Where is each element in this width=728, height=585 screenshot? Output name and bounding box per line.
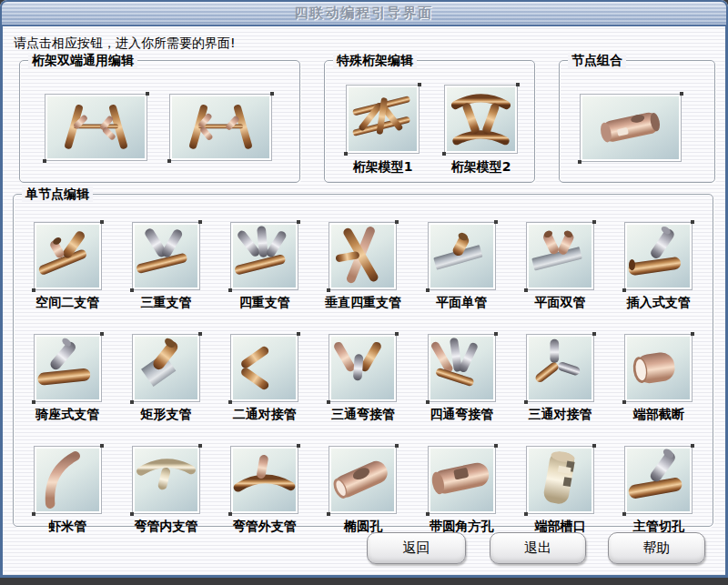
group-node-combo: 节点组合 [559,60,715,183]
grid-cell: 三通弯接管 [314,321,412,433]
grid-cell: 四重支管 [216,209,314,321]
pipe-icon [135,337,197,399]
grid-tile-label: 虾米管 [48,519,86,535]
grid-tile-label: 三重支管 [140,295,191,311]
group-truss-common: 桁架双端通用编辑 [19,60,300,183]
truss-model-1-button[interactable] [346,85,420,154]
grid-tile-label: 插入式支管 [627,295,691,311]
pipe-icon [627,337,690,399]
grid-cell: 空间二支管 [18,209,116,321]
grid-tile-button[interactable] [34,334,102,402]
grid-tile-label: 二通对接管 [233,407,297,423]
grid-tile-button[interactable] [624,334,693,402]
truss-model-1-label: 桁架模型1 [346,159,420,176]
node-combo-icon [582,96,679,159]
node-combo-button[interactable] [580,94,682,162]
grid-cell: 四通弯接管 [412,321,511,433]
grid-cell: 主管切孔 [610,433,708,545]
pipe-icon [430,449,493,511]
grid-tile-button[interactable] [526,446,594,514]
grid-tile-button[interactable] [329,446,397,514]
pipe-icon [331,449,394,511]
grid-tile-button[interactable] [428,446,496,514]
group-node-combo-legend: 节点组合 [568,53,626,68]
grid-tile-label: 骑座式支管 [35,407,99,423]
truss-model-2-label: 桁架模型2 [444,159,518,176]
help-button[interactable]: 帮助 [608,532,705,564]
pipe-icon [36,337,99,399]
pipe-icon [331,337,394,399]
grid-cell: 椭圆孔 [314,433,412,545]
grid-tile-button[interactable] [329,334,397,402]
grid-tile-button[interactable] [230,446,298,514]
grid-cell: 插入式支管 [610,209,708,321]
grid-cell: 矩形支管 [116,321,215,433]
pipe-icon [36,449,99,511]
grid-cell: 平面双管 [511,209,609,321]
title-bar[interactable]: 四联动编程引导界面 [2,2,726,26]
grid-tile-label: 矩形支管 [140,407,191,423]
grid-cell: 弯管外支管 [216,433,314,545]
grid-tile-button[interactable] [34,222,102,290]
group-single-node-legend: 单节点编辑 [22,187,93,202]
pipe-icon [36,225,99,287]
grid-tile-button[interactable] [329,222,397,290]
grid-cell: 端部截断 [610,321,708,433]
grid-cell: 带圆角方孔 [412,433,511,545]
grid-cell: 弯管内支管 [116,433,215,545]
pipe-icon [430,337,493,399]
grid-tile-label: 三通弯接管 [331,407,395,423]
pipe-icon [233,449,296,511]
truss-model-2-button[interactable] [444,85,518,154]
grid-tile-label: 弯管外支管 [233,519,297,535]
truss-span-button-1[interactable] [45,94,147,161]
group-truss-special: 特殊桁架编辑 桁架模型1 桁架模型2 [324,60,535,183]
grid-tile-label: 平面双管 [535,295,586,311]
pipe-icon [135,225,197,287]
pipe-icon [135,449,197,511]
group-truss-common-legend: 桁架双端通用编辑 [28,53,137,68]
grid-tile-label: 垂直四重支管 [325,295,401,311]
pipe-icon [529,225,592,287]
grid-tile-button[interactable] [132,222,200,290]
grid-tile-button[interactable] [624,446,693,514]
grid-tile-button[interactable] [526,222,594,290]
truss-span-button-2[interactable] [169,94,272,161]
pipe-icon [529,449,592,511]
dialog-window: 四联动编程引导界面 请点击相应按钮，进入你所需要的界面! 桁架双端通用编辑 特殊… [0,0,728,578]
instruction-text: 请点击相应按钮，进入你所需要的界面! [14,35,236,52]
grid-tile-button[interactable] [526,334,594,402]
grid-tile-button[interactable] [428,222,496,290]
grid-tile-label: 四重支管 [239,295,290,311]
group-single-node: 单节点编辑 空间二支管 三重支管 [13,194,713,527]
grid-tile-button[interactable] [34,446,102,514]
grid-cell: 虾米管 [18,433,116,545]
window-title: 四联动编程引导界面 [295,5,434,22]
grid-tile-button[interactable] [624,222,693,290]
grid-cell: 平面单管 [412,209,511,321]
truss-span-icon [47,96,145,158]
grid-tile-label: 空间二支管 [35,295,99,311]
pipe-icon [430,225,493,287]
grid-cell: 三重支管 [116,209,215,321]
exit-button[interactable]: 退出 [490,532,586,564]
return-button[interactable]: 返回 [367,532,466,564]
pipe-icon [529,337,592,399]
grid-tile-label: 端部截断 [633,407,684,423]
grid-tile-label: 平面单管 [436,295,487,311]
pipe-icon [627,449,690,511]
single-node-grid: 空间二支管 三重支管 四重支管 [18,209,708,545]
grid-tile-label: 四通弯接管 [430,407,493,423]
grid-tile-button[interactable] [428,334,496,402]
pipe-icon [233,337,296,399]
grid-tile-button[interactable] [230,222,298,290]
pipe-icon [331,225,394,287]
grid-tile-button[interactable] [132,446,200,514]
pipe-icon [233,225,296,287]
pipe-icon [627,225,690,287]
grid-cell: 垂直四重支管 [314,209,412,321]
grid-tile-label: 弯管内支管 [134,519,197,535]
grid-tile-button[interactable] [230,334,298,402]
grid-tile-button[interactable] [132,334,200,402]
truss-model-1-icon [349,87,417,151]
